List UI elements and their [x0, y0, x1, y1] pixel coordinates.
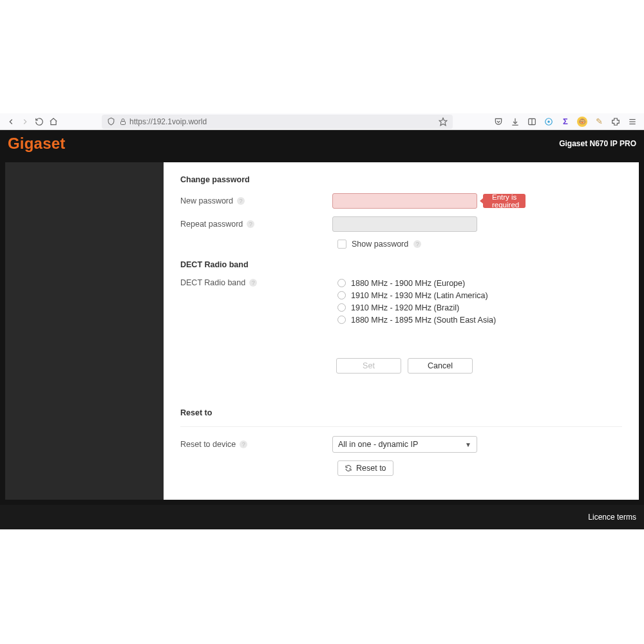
reload-button[interactable] [33, 116, 45, 128]
back-button[interactable] [5, 116, 17, 128]
help-icon[interactable]: ? [237, 197, 245, 205]
radio-option[interactable]: 1910 MHz - 1920 MHz (Brazil) [337, 301, 622, 314]
label-new-password: New password ? [180, 196, 332, 205]
cancel-button[interactable]: Cancel [408, 358, 473, 374]
select-value: All in one - dynamic IP [338, 440, 418, 449]
row-new-password: New password ? Entry is required [180, 193, 622, 209]
repeat-password-input[interactable] [332, 216, 477, 232]
app-footer: Licence terms [0, 505, 644, 529]
brand-logo: Gigaset [8, 135, 65, 153]
radio-icon [337, 316, 346, 324]
chevron-down-icon: ▼ [465, 441, 471, 448]
refresh-icon [345, 464, 352, 472]
circle-extension-icon[interactable] [544, 117, 554, 127]
home-button[interactable] [48, 116, 59, 128]
show-password-checkbox[interactable] [337, 240, 346, 249]
shield-icon [107, 117, 115, 126]
set-button[interactable]: Set [336, 358, 401, 374]
radio-option[interactable]: 1880 MHz - 1895 MHz (South East Asia) [337, 314, 622, 326]
library-icon[interactable] [527, 117, 537, 127]
section-dect-title: DECT Radio band [180, 260, 622, 269]
label-reset-device: Reset to device ? [180, 440, 332, 449]
error-tooltip: Entry is required [483, 194, 526, 208]
device-title: Gigaset N670 IP PRO [559, 139, 636, 148]
radio-option[interactable]: 1910 MHz - 1930 MHz (Latin America) [337, 289, 622, 301]
row-repeat-password: Repeat password ? [180, 216, 622, 232]
reset-device-select[interactable]: All in one - dynamic IP ▼ [332, 436, 477, 453]
divider [180, 426, 622, 427]
bookmark-star-icon[interactable] [439, 117, 448, 126]
menu-icon[interactable] [627, 117, 638, 127]
help-icon[interactable]: ? [249, 279, 257, 287]
extension-badge-icon[interactable]: 🐵 [577, 117, 587, 127]
url-text: https://192.1voip.world [129, 117, 207, 126]
row-show-password: Show password ? [337, 240, 622, 249]
browser-toolbar: https://192.1voip.world Σ 🐵 ✎ [0, 113, 644, 130]
new-password-input[interactable] [332, 193, 477, 209]
help-icon[interactable]: ? [413, 240, 421, 248]
action-buttons: Set Cancel [336, 358, 622, 374]
label-repeat-password: Repeat password ? [180, 220, 332, 229]
radio-icon [337, 291, 346, 299]
section-change-password-title: Change password [180, 175, 622, 184]
label-show-password: Show password [352, 240, 408, 249]
app-header: Gigaset Gigaset N670 IP PRO [0, 130, 644, 157]
radio-icon [337, 303, 346, 312]
row-reset-device: Reset to device ? All in one - dynamic I… [180, 436, 622, 453]
label-dect-band: DECT Radio band ? [180, 278, 332, 287]
help-icon[interactable]: ? [247, 220, 254, 228]
address-bar[interactable]: https://192.1voip.world [102, 115, 453, 129]
radio-icon [337, 279, 346, 287]
content-panel: Change password New password ? Entry is … [164, 162, 639, 500]
svg-point-5 [547, 120, 550, 123]
download-icon[interactable] [510, 117, 520, 127]
section-reset-title: Reset to [180, 408, 622, 417]
pocket-icon[interactable] [493, 117, 504, 127]
broom-extension-icon[interactable]: ✎ [594, 117, 604, 127]
radio-option[interactable]: 1880 MHz - 1900 MHz (Europe) [337, 277, 622, 289]
reset-to-button[interactable]: Reset to [337, 460, 393, 476]
dect-radio-group: 1880 MHz - 1900 MHz (Europe) 1910 MHz - … [337, 277, 622, 326]
svg-rect-0 [121, 121, 126, 124]
lock-icon [119, 118, 127, 126]
svg-marker-1 [439, 118, 447, 126]
toolbar-right-icons: Σ 🐵 ✎ [493, 117, 640, 127]
sigma-extension-icon[interactable]: Σ [560, 117, 571, 127]
licence-link[interactable]: Licence terms [588, 513, 636, 522]
app-body: Change password New password ? Entry is … [0, 157, 644, 505]
forward-button[interactable] [19, 116, 31, 128]
help-icon[interactable]: ? [240, 440, 247, 448]
sidebar [5, 162, 164, 500]
extensions-icon[interactable] [611, 117, 621, 127]
